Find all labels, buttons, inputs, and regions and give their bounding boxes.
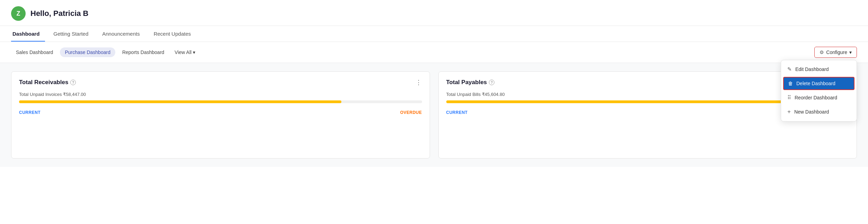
receivables-progress-bar-container <box>19 100 422 103</box>
receivables-help-icon[interactable]: ? <box>70 80 76 85</box>
sub-nav-sales[interactable]: Sales Dashboard <box>11 47 58 57</box>
view-all-button[interactable]: View All ▾ <box>171 47 199 57</box>
payables-help-icon[interactable]: ? <box>489 80 494 85</box>
trash-icon: 🗑 <box>788 81 793 86</box>
header: Z Hello, Patricia B <box>0 0 868 26</box>
nav-item-dashboard[interactable]: Dashboard <box>11 26 45 42</box>
main-content: Total Receivables ? ⋮ Total Unpaid Invoi… <box>0 63 868 167</box>
receivables-footer: CURRENT OVERDUE <box>19 110 422 115</box>
receivables-current-label[interactable]: CURRENT <box>19 110 41 115</box>
reorder-dashboard-label: Reorder Dashboard <box>795 95 837 100</box>
configure-dropdown: ✎ Edit Dashboard 🗑 Delete Dashboard ⠿ Re… <box>781 60 857 122</box>
widget-payables-title: Total Payables <box>446 79 487 86</box>
grid-icon: ⠿ <box>787 95 791 101</box>
receivables-subtitle: Total Unpaid Invoices ₹58,447.00 <box>19 92 422 97</box>
sub-nav: Sales Dashboard Purchase Dashboard Repor… <box>0 42 868 63</box>
new-dashboard-label: New Dashboard <box>794 109 829 115</box>
delete-dashboard-label: Delete Dashboard <box>796 81 835 86</box>
nav-item-getting-started[interactable]: Getting Started <box>52 26 94 42</box>
nav-item-announcements[interactable]: Announcements <box>101 26 145 42</box>
gear-icon: ⚙ <box>820 50 824 55</box>
pencil-icon: ✎ <box>787 66 792 72</box>
nav-item-recent-updates[interactable]: Recent Updates <box>152 26 197 42</box>
payables-progress-bar-fill <box>446 100 789 103</box>
avatar: Z <box>11 6 26 21</box>
receivables-overdue-label[interactable]: OVERDUE <box>400 110 422 115</box>
plus-icon: + <box>787 108 791 115</box>
receivables-menu-dots[interactable]: ⋮ <box>415 79 422 86</box>
widget-receivables-header: Total Receivables ? ⋮ <box>19 79 422 86</box>
dropdown-delete-dashboard[interactable]: 🗑 Delete Dashboard <box>783 77 854 90</box>
widget-receivables-title-group: Total Receivables ? <box>19 79 76 86</box>
widget-receivables-title: Total Receivables <box>19 79 68 86</box>
widget-payables-title-group: Total Payables ? <box>446 79 495 86</box>
configure-chevron-icon: ▾ <box>849 50 852 55</box>
greeting-text: Hello, Patricia B <box>30 9 89 18</box>
dropdown-new-dashboard[interactable]: + New Dashboard <box>781 105 857 119</box>
receivables-progress-bar-fill <box>19 100 341 103</box>
sub-nav-reports[interactable]: Reports Dashboard <box>117 47 169 57</box>
widget-receivables: Total Receivables ? ⋮ Total Unpaid Invoi… <box>11 71 430 159</box>
dropdown-reorder-dashboard[interactable]: ⠿ Reorder Dashboard <box>781 91 857 105</box>
chevron-down-icon: ▾ <box>193 50 195 55</box>
payables-current-label[interactable]: CURRENT <box>446 110 468 115</box>
configure-button[interactable]: ⚙ Configure ▾ <box>814 47 857 58</box>
main-nav: Dashboard Getting Started Announcements … <box>0 26 868 42</box>
edit-dashboard-label: Edit Dashboard <box>795 66 829 72</box>
dropdown-edit-dashboard[interactable]: ✎ Edit Dashboard <box>781 62 857 76</box>
view-all-label: View All <box>175 50 191 55</box>
sub-nav-purchase[interactable]: Purchase Dashboard <box>60 47 115 57</box>
configure-label: Configure <box>826 50 847 55</box>
